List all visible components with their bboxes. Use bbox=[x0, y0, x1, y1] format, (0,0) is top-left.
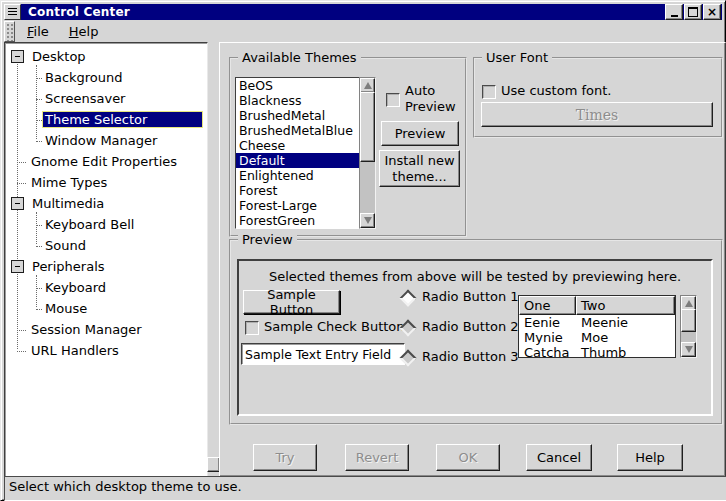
tree-item-window-manager[interactable]: Window Manager bbox=[6, 130, 206, 151]
tree-collapse-icon[interactable] bbox=[11, 50, 24, 63]
tree-collapse-icon[interactable] bbox=[11, 260, 24, 273]
menu-file[interactable]: File bbox=[17, 22, 59, 41]
tree-item-mouse[interactable]: Mouse bbox=[6, 298, 206, 319]
ok-button: OK bbox=[436, 444, 500, 471]
radio-button-1-label: Radio Button 1 bbox=[422, 289, 519, 304]
scrollbar-down-button[interactable] bbox=[360, 213, 375, 228]
arrow-down-icon bbox=[364, 217, 372, 224]
preview-frame-label: Preview bbox=[238, 232, 297, 247]
available-themes-frame-label: Available Themes bbox=[238, 50, 361, 65]
scrollbar-up-button[interactable] bbox=[360, 78, 375, 93]
minimize-button[interactable] bbox=[665, 4, 683, 20]
tree-item-desktop[interactable]: Desktop bbox=[6, 46, 206, 67]
arrow-up-icon bbox=[685, 300, 693, 307]
theme-list-item[interactable]: BrushedMetal bbox=[236, 108, 360, 123]
theme-list-item[interactable]: Blackness bbox=[236, 93, 360, 108]
maximize-button[interactable] bbox=[684, 4, 702, 20]
arrow-down-icon bbox=[685, 346, 693, 353]
sample-button[interactable]: Sample Button bbox=[243, 290, 340, 314]
status-text: Select which desktop theme to use. bbox=[9, 479, 242, 494]
use-custom-font-label: Use custom font. bbox=[501, 83, 611, 98]
font-picker-button: Times bbox=[481, 102, 713, 127]
theme-list-item[interactable]: BeOS bbox=[236, 78, 360, 93]
menu-bar: File Help bbox=[4, 21, 722, 42]
try-button: Try bbox=[253, 444, 317, 471]
tree-item-screensaver[interactable]: Screensaver bbox=[6, 88, 206, 109]
theme-list-item[interactable]: Enlightened bbox=[236, 168, 360, 183]
menu-grip-handle[interactable] bbox=[4, 21, 15, 42]
scrollbar-thumb[interactable] bbox=[360, 92, 375, 162]
install-new-theme-button[interactable]: Install new theme... bbox=[379, 150, 460, 187]
tree-item-keyboard-bell[interactable]: Keyboard Bell bbox=[6, 214, 206, 235]
use-custom-font-checkbox[interactable] bbox=[482, 85, 496, 99]
radio-button-2-label: Radio Button 2 bbox=[422, 319, 519, 334]
theme-list-item-selected[interactable]: Default bbox=[236, 153, 360, 168]
sample-check-button[interactable] bbox=[245, 321, 259, 335]
scrollbar-thumb[interactable] bbox=[681, 309, 696, 332]
window-menu-icon[interactable] bbox=[4, 4, 21, 20]
radio-button-3-label: Radio Button 3 bbox=[422, 349, 519, 364]
theme-list-scrollbar[interactable] bbox=[359, 77, 376, 229]
control-center-window: Control Center × File Help bbox=[0, 0, 726, 501]
sample-table[interactable]: One Two Eenie Meenie Mynie Moe Catcha Th… bbox=[518, 295, 676, 358]
table-row[interactable]: Eenie Meenie bbox=[519, 315, 675, 330]
tree-item-gnome-edit-properties[interactable]: Gnome Edit Properties bbox=[6, 151, 206, 172]
maximize-icon bbox=[688, 7, 698, 17]
tree-item-mime-types[interactable]: Mime Types bbox=[6, 172, 206, 193]
category-tree: Desktop Background Screensaver Theme Sel… bbox=[4, 42, 208, 477]
tree-item-peripherals[interactable]: Peripherals bbox=[6, 256, 206, 277]
table-header-one[interactable]: One bbox=[519, 296, 576, 315]
sample-table-scrollbar[interactable] bbox=[680, 295, 697, 358]
tree-item-keyboard[interactable]: Keyboard bbox=[6, 277, 206, 298]
table-row[interactable]: Mynie Moe bbox=[519, 330, 675, 345]
preview-caption: Selected themes from above will be teste… bbox=[239, 269, 711, 284]
theme-list[interactable]: BeOS Blackness BrushedMetal BrushedMetal… bbox=[235, 77, 361, 229]
sample-text-entry[interactable] bbox=[241, 343, 405, 365]
menu-help[interactable]: Help bbox=[59, 22, 109, 41]
theme-list-item[interactable]: Cheese bbox=[236, 138, 360, 153]
revert-button: Revert bbox=[345, 444, 409, 471]
auto-preview-label: Auto Preview bbox=[405, 83, 463, 115]
user-font-frame-label: User Font bbox=[482, 50, 552, 65]
theme-list-item[interactable]: ForestGreen bbox=[236, 213, 360, 228]
help-button[interactable]: Help bbox=[617, 444, 683, 471]
sample-check-label: Sample Check Button bbox=[264, 319, 405, 334]
preview-button[interactable]: Preview bbox=[381, 121, 459, 146]
tree-item-multimedia[interactable]: Multimedia bbox=[6, 193, 206, 214]
table-header-two[interactable]: Two bbox=[576, 296, 675, 315]
title-bar[interactable]: Control Center × bbox=[4, 4, 722, 20]
theme-list-item[interactable]: Forest-Large bbox=[236, 198, 360, 213]
theme-list-item[interactable]: BrushedMetalBlue bbox=[236, 123, 360, 138]
theme-list-item[interactable]: Forest bbox=[236, 183, 360, 198]
auto-preview-checkbox[interactable] bbox=[386, 93, 400, 107]
tree-item-background[interactable]: Background bbox=[6, 67, 206, 88]
tree-item-url-handlers[interactable]: URL Handlers bbox=[6, 340, 206, 361]
arrow-up-icon bbox=[364, 82, 372, 89]
minimize-icon bbox=[671, 15, 678, 17]
scrollbar-down-button[interactable] bbox=[681, 342, 696, 357]
status-bar: Select which desktop theme to use. bbox=[4, 476, 726, 501]
table-row[interactable]: Catcha Thumb bbox=[519, 345, 675, 358]
window-title: Control Center bbox=[22, 5, 665, 19]
cancel-button[interactable]: Cancel bbox=[526, 444, 592, 471]
tree-item-sound[interactable]: Sound bbox=[6, 235, 206, 256]
tree-item-theme-selector[interactable]: Theme Selector bbox=[6, 109, 206, 130]
close-button[interactable]: × bbox=[703, 4, 721, 20]
tree-item-session-manager[interactable]: Session Manager bbox=[6, 319, 206, 340]
close-icon: × bbox=[707, 6, 717, 18]
tree-collapse-icon[interactable] bbox=[11, 197, 24, 210]
